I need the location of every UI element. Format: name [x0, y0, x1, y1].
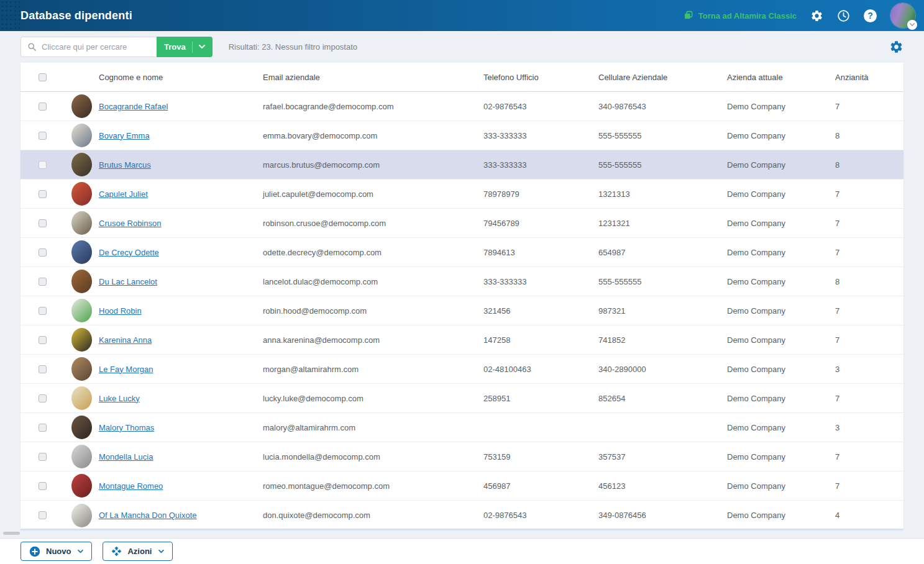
employee-name-link[interactable]: Du Lac Lancelot — [99, 277, 157, 286]
table-row[interactable]: Capulet Juliet juliet.capulet@democomp.c… — [21, 180, 903, 209]
employee-mobile: 555-555555 — [593, 160, 722, 170]
row-checkbox[interactable] — [39, 336, 47, 344]
employee-name-link[interactable]: Luke Lucky — [99, 394, 140, 403]
settings-icon[interactable] — [810, 9, 823, 22]
user-avatar[interactable] — [890, 3, 915, 28]
history-clock-icon[interactable] — [837, 9, 850, 22]
employee-office-phone: 333-333333 — [478, 277, 593, 286]
employee-company: Demo Company — [722, 160, 830, 170]
page-title: Database dipendenti — [21, 9, 132, 22]
horizontal-scrollbar-thumb[interactable] — [3, 532, 20, 535]
row-checkbox[interactable] — [39, 219, 47, 227]
table-row[interactable]: Malory Thomas malory@altamirahrm.com Dem… — [21, 413, 903, 442]
table-row[interactable]: Karenina Anna anna.karenina@democomp.com… — [21, 325, 903, 355]
employee-photo — [71, 182, 92, 206]
row-checkbox[interactable] — [39, 482, 47, 490]
chevron-down-icon[interactable] — [78, 550, 83, 553]
table-row[interactable]: Brutus Marcus marcus.brutus@democomp.com… — [21, 150, 903, 180]
employee-name-link[interactable]: Bocagrande Rafael — [99, 102, 168, 111]
row-checkbox[interactable] — [39, 365, 47, 373]
row-checkbox[interactable] — [39, 132, 47, 140]
row-checkbox[interactable] — [39, 453, 47, 461]
table-row[interactable]: Montague Romeo romeo.montague@democomp.c… — [21, 471, 903, 501]
column-header-office-phone[interactable]: Telefono Ufficio — [478, 73, 593, 82]
employee-photo — [71, 386, 92, 410]
employee-name-link[interactable]: Capulet Juliet — [99, 189, 148, 199]
employee-mobile: 1231321 — [593, 219, 722, 228]
find-button-label: Trova — [164, 42, 186, 52]
employee-office-phone: 79456789 — [478, 219, 593, 228]
table-row[interactable]: Of La Mancha Don Quixote don.quixote@dem… — [21, 501, 903, 530]
table-row[interactable]: Crusoe Robinson robinson.crusoe@democomp… — [21, 209, 903, 238]
new-button[interactable]: Nuovo — [21, 542, 92, 561]
row-checkbox[interactable] — [39, 190, 47, 198]
table-row[interactable]: Bocagrande Rafael rafael.bocagrande@demo… — [21, 92, 903, 121]
row-checkbox[interactable] — [39, 307, 47, 315]
actions-button[interactable]: Azioni — [103, 542, 173, 561]
table-row[interactable]: Bovary Emma emma.bovary@democomp.com 333… — [21, 121, 903, 150]
find-button[interactable]: Trova — [157, 37, 213, 57]
employee-photo — [71, 474, 92, 498]
app-header: Database dipendenti Torna ad Altamira Cl… — [0, 0, 924, 31]
help-icon[interactable]: ? — [864, 9, 877, 22]
row-checkbox[interactable] — [39, 511, 47, 519]
row-checkbox[interactable] — [39, 278, 47, 286]
employee-name-link[interactable]: De Crecy Odette — [99, 248, 159, 257]
employee-email: lucky.luke@democomp.com — [256, 394, 478, 403]
employee-seniority: 7 — [830, 306, 903, 316]
row-checkbox[interactable] — [39, 424, 47, 432]
employee-email: don.quixote@democomp.com — [256, 511, 478, 520]
employee-name-link[interactable]: Le Fay Morgan — [99, 365, 153, 374]
employee-company: Demo Company — [722, 423, 830, 432]
avatar-chevron-icon[interactable] — [907, 20, 917, 30]
search-box[interactable] — [21, 37, 157, 57]
chevron-down-icon[interactable] — [199, 45, 205, 49]
chevron-down-icon[interactable] — [158, 550, 164, 553]
employee-name-link[interactable]: Karenina Anna — [99, 335, 152, 345]
employee-name-link[interactable]: Brutus Marcus — [99, 160, 151, 170]
move-arrows-icon — [111, 546, 122, 557]
select-all-checkbox[interactable] — [39, 73, 47, 81]
employee-seniority: 7 — [830, 248, 903, 257]
employee-name-link[interactable]: Crusoe Robinson — [99, 219, 161, 228]
back-to-classic-link[interactable]: Torna ad Altamira Classic — [684, 11, 797, 20]
employee-name-link[interactable]: Of La Mancha Don Quixote — [99, 511, 197, 520]
table-row[interactable]: Le Fay Morgan morgan@altamirahrm.com 02-… — [21, 355, 903, 384]
employee-mobile: 852654 — [593, 394, 722, 403]
employee-name-link[interactable]: Malory Thomas — [99, 423, 154, 432]
employee-company: Demo Company — [722, 306, 830, 316]
employee-seniority: 7 — [830, 394, 903, 403]
employee-company: Demo Company — [722, 335, 830, 345]
employee-email: juliet.capulet@democomp.com — [256, 189, 478, 199]
employee-photo — [71, 270, 92, 293]
back-to-classic-label: Torna ad Altamira Classic — [698, 11, 797, 20]
table-row[interactable]: Du Lac Lancelot lancelot.dulac@democomp.… — [21, 267, 903, 296]
column-header-seniority[interactable]: Anzianità — [830, 73, 903, 82]
row-checkbox[interactable] — [39, 102, 47, 111]
table-row[interactable]: Hood Robin robin.hood@democomp.com 32145… — [21, 296, 903, 325]
search-icon — [27, 42, 37, 52]
employee-name-link[interactable]: Hood Robin — [99, 306, 142, 316]
employee-name-link[interactable]: Montague Romeo — [99, 481, 163, 491]
employee-seniority: 8 — [830, 131, 903, 140]
column-header-email[interactable]: Email aziendale — [256, 73, 478, 82]
employee-seniority: 7 — [830, 335, 903, 345]
table-row[interactable]: De Crecy Odette odette.decrecy@democomp.… — [21, 238, 903, 267]
row-checkbox[interactable] — [39, 394, 47, 403]
column-header-mobile[interactable]: Cellulare Aziendale — [593, 73, 722, 82]
employee-name-link[interactable]: Bovary Emma — [99, 131, 150, 140]
column-header-company[interactable]: Azienda attuale — [722, 73, 830, 82]
employee-photo — [71, 357, 92, 381]
table-row[interactable]: Mondella Lucia lucia.mondella@democomp.c… — [21, 442, 903, 471]
employee-mobile: 340-9876543 — [593, 102, 722, 111]
row-checkbox[interactable] — [39, 161, 47, 169]
column-header-name[interactable]: Cognome e nome — [99, 73, 256, 82]
table-settings-icon[interactable] — [889, 40, 903, 54]
employee-photo — [71, 328, 92, 352]
row-checkbox[interactable] — [39, 248, 47, 257]
employee-company: Demo Company — [722, 248, 830, 257]
table-row[interactable]: Luke Lucky lucky.luke@democomp.com 25895… — [21, 384, 903, 413]
employee-mobile: 1321313 — [593, 189, 722, 199]
employee-name-link[interactable]: Mondella Lucia — [99, 452, 153, 462]
search-input[interactable] — [42, 42, 151, 52]
